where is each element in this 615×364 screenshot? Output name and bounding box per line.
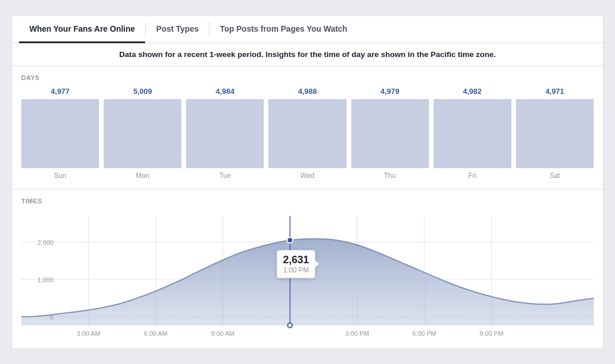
chart-svg: 0 1,000 2,000 3:00 AM 6:00 AM 9:00 AM 3:… <box>21 210 594 343</box>
day-bar <box>268 99 346 168</box>
times-label: TIMES <box>21 198 594 204</box>
day-name: Wed <box>301 172 314 180</box>
tab-post-types[interactable]: Post Types <box>146 16 209 43</box>
day-bar <box>104 99 181 168</box>
days-section: DAYS 4,977Sun5,009Mon4,984Tue4,988Wed4,9… <box>12 66 603 180</box>
days-label: DAYS <box>21 74 594 81</box>
svg-text:6:00 PM: 6:00 PM <box>412 330 436 337</box>
day-name: Tue <box>219 172 231 180</box>
day-value: 4,982 <box>463 87 482 96</box>
day-column-sun: 4,977Sun <box>21 87 99 180</box>
day-value: 5,009 <box>133 87 152 96</box>
day-bar <box>21 99 99 168</box>
day-column-wed: 4,988Wed <box>268 87 346 180</box>
top-dot <box>287 237 293 243</box>
day-value: 4,979 <box>381 87 400 96</box>
day-name: Sat <box>549 172 560 180</box>
tab-top-posts[interactable]: Top Posts from Pages You Watch <box>210 16 358 43</box>
svg-text:0: 0 <box>50 314 54 321</box>
days-grid: 4,977Sun5,009Mon4,984Tue4,988Wed4,979Thu… <box>21 87 594 180</box>
day-value: 4,984 <box>216 87 235 96</box>
svg-text:3:00 PM: 3:00 PM <box>345 330 369 337</box>
day-bar <box>434 99 511 168</box>
day-column-fri: 4,982Fri <box>434 87 511 180</box>
day-name: Sun <box>54 172 66 180</box>
day-bar <box>351 99 429 168</box>
tab-fans-online[interactable]: When Your Fans Are Online <box>19 16 145 43</box>
info-bar: Data shown for a recent 1-week period. I… <box>12 43 603 66</box>
day-name: Fri <box>468 172 476 180</box>
svg-text:9:00 PM: 9:00 PM <box>480 330 503 337</box>
main-card: When Your Fans Are Online Post Types Top… <box>12 16 603 349</box>
day-name: Thu <box>384 172 396 180</box>
svg-text:1,000: 1,000 <box>37 276 54 283</box>
svg-text:9:00 AM: 9:00 AM <box>211 330 234 337</box>
area-fill <box>21 238 594 325</box>
day-column-mon: 5,009Mon <box>104 87 181 180</box>
day-value: 4,971 <box>545 87 564 96</box>
svg-text:3:00 AM: 3:00 AM <box>77 330 100 337</box>
tab-bar: When Your Fans Are Online Post Types Top… <box>12 16 603 43</box>
day-column-tue: 4,984Tue <box>186 87 264 180</box>
times-chart: 0 1,000 2,000 3:00 AM 6:00 AM 9:00 AM 3:… <box>21 210 594 343</box>
day-value: 4,977 <box>51 87 70 96</box>
bottom-dot <box>288 323 293 328</box>
day-bar <box>516 99 594 168</box>
day-bar <box>186 99 264 168</box>
day-name: Mon <box>136 172 149 180</box>
times-section: TIMES <box>12 189 603 348</box>
day-column-thu: 4,979Thu <box>351 87 429 180</box>
day-value: 4,988 <box>298 87 317 96</box>
svg-text:6:00 AM: 6:00 AM <box>144 330 168 337</box>
svg-text:2,000: 2,000 <box>37 239 54 246</box>
day-column-sat: 4,971Sat <box>516 87 594 180</box>
